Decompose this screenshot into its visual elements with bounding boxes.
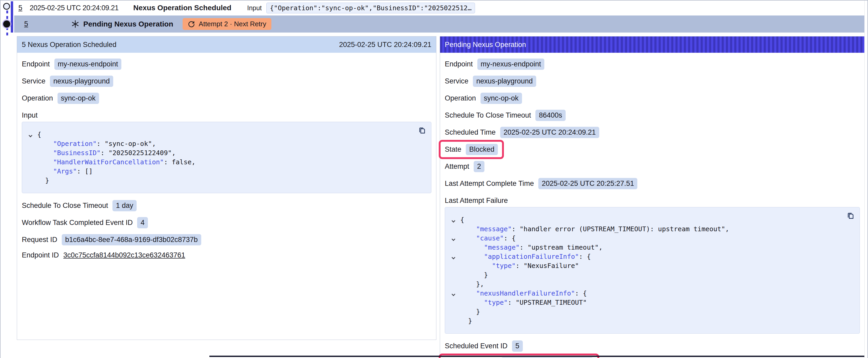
scrollbar-track[interactable] [864,1,867,358]
code-line: } [450,316,853,325]
field-value-chip: nexus-playground [50,75,113,87]
retry-icon [188,21,195,28]
field-row: Schedule To Close Timeout1 day [22,200,136,211]
field-line-scheduled-event-id: Scheduled Event ID5 [445,340,860,352]
event-row-pending[interactable]: 5 Pending Nexus Operation Attempt 2 · Ne… [14,15,867,33]
field-line-attempt: Attempt2 [445,161,860,173]
field-row: Operationsync-op-ok [445,93,522,104]
field-value-chip: my-nexus-endpoint [477,59,545,70]
timeline-node-open-icon[interactable] [3,3,10,10]
retry-badge[interactable]: Attempt 2 · Next Retry [183,18,271,30]
input-preview-chip: {"Operation":"sync-op-ok","BusinessID":"… [267,3,475,13]
failure-section-label: Last Attempt Failure [445,195,860,206]
code-gutter [450,270,460,280]
code-line: "cause": { [450,234,853,243]
left-panel-timestamp: 2025-02-25 UTC 20:24:09.21 [339,41,431,49]
pending-operation-title: Pending Nexus Operation [83,20,173,28]
timeline-node-selected-icon[interactable] [3,21,10,28]
code-line: "message": "handler error (UPSTREAM_TIME… [450,224,853,234]
right-panel-header: Pending Nexus Operation [440,36,865,53]
collapse-chevron-icon[interactable] [452,219,455,223]
collapse-chevron-icon[interactable] [452,292,455,296]
right-panel-title: Pending Nexus Operation [445,41,526,49]
code-gutter [450,298,460,307]
field-label: Last Attempt Complete Time [445,180,534,188]
code-line: { [27,130,424,139]
json-key: "message" [476,225,512,233]
field-row: Schedule To Close Timeout86400s [445,110,566,121]
field-label: Operation [445,94,476,102]
json-key: "BusinessID" [53,149,101,157]
collapse-chevron-icon[interactable] [29,134,32,137]
field-label: Workflow Task Completed Event ID [22,219,133,227]
json-key: "nexusHandlerFailureInfo" [476,290,575,297]
code-gutter [450,215,460,224]
code-gutter [27,176,37,185]
field-label: Service [22,77,45,85]
code-line: "type": "NexusFailure" [450,261,853,270]
field-value-link[interactable]: 3c0c75ccfa8144b092c13ce632463761 [63,251,185,259]
field-line-schedule-to-close-timeout: Schedule To Close Timeout1 day [22,200,431,212]
field-label: Request ID [22,236,57,244]
code-line: } [450,270,853,280]
asterisk-icon [71,20,79,28]
field-label: Scheduled Event ID [445,342,507,350]
field-label: Operation [22,94,53,102]
field-label: Service [445,77,468,85]
collapse-chevron-icon[interactable] [452,237,455,241]
json-key: "HandlerWaitForCancellation" [53,158,164,166]
bottom-divider [209,356,866,357]
failure-json-block: { "message": "handler error (UPSTREAM_TI… [445,207,860,334]
field-row: Workflow Task Completed Event ID4 [22,217,148,228]
event-id-link[interactable]: 5 [19,4,22,12]
code-line: "message": "upstream timeout", [450,243,853,252]
left-panel-header: 5 Nexus Operation Scheduled 2025-02-25 U… [17,36,436,53]
json-key: "message" [484,243,519,251]
field-value-chip: b1c6a4bc-8ee7-468a-9169-df3b02c8737b [62,234,201,246]
event-id-link[interactable]: 5 [24,20,28,28]
field-line-request-id: Request IDb1c6a4bc-8ee7-468a-9169-df3b02… [22,234,431,246]
field-line-schedule-to-close-timeout: Schedule To Close Timeout86400s [445,110,860,122]
json-key: "type" [484,299,507,306]
copy-icon [418,126,426,135]
code-gutter [450,252,460,261]
field-value-chip: sync-op-ok [58,93,99,104]
pending-operation-panel: Pending Nexus Operation Endpointmy-nexus… [440,36,865,358]
code-line: }, [450,280,853,289]
event-name: Nexus Operation Scheduled [133,4,231,12]
input-section-label: Input [22,110,431,121]
retry-badge-label: Attempt 2 · Next Retry [198,20,266,28]
code-gutter [27,167,37,176]
field-row: Operationsync-op-ok [22,93,99,104]
code-line: "nexusHandlerFailureInfo": { [450,289,853,298]
field-value-chip: 1 day [113,200,136,211]
copy-button[interactable] [418,126,426,135]
code-line: "HandlerWaitForCancellation": false, [27,158,424,167]
copy-button[interactable] [846,211,855,220]
code-gutter [450,307,460,316]
field-line-operation: Operationsync-op-ok [445,93,860,104]
field-value-chip: 2025-02-25 UTC 20:25:27.51 [538,178,637,189]
code-line: "type": "UPSTREAM_TIMEOUT" [450,298,853,307]
code-gutter [450,234,460,243]
field-row: Scheduled Time2025-02-25 UTC 20:24:09.21 [445,127,599,138]
field-row: Servicenexus-playground [445,75,536,87]
annotated-field-row: StateBlocked [439,140,504,159]
field-row: Endpoint ID3c0c75ccfa8144b092c13ce632463… [22,251,185,259]
code-gutter [27,148,37,158]
field-label: Attempt [445,162,469,171]
field-value-chip: 4 [137,217,148,228]
field-row: Request IDb1c6a4bc-8ee7-468a-9169-df3b02… [22,234,201,246]
code-gutter [450,261,460,270]
event-timestamp: 2025-02-25 UTC 20:24:09.21 [30,4,119,12]
event-row-scheduled[interactable]: 5 2025-02-25 UTC 20:24:09.21 Nexus Opera… [16,1,867,15]
field-value-chip: 2025-02-25 UTC 20:24:09.21 [500,127,599,138]
code-line: "BusinessID": "20250225122409", [27,148,424,158]
json-key: "cause" [476,234,504,242]
field-value-chip: 86400s [535,110,566,121]
code-gutter [27,139,37,148]
field-line-endpoint-id: Endpoint ID3c0c75ccfa8144b092c13ce632463… [22,251,431,263]
field-label: State [445,145,461,154]
left-panel-title: 5 Nexus Operation Scheduled [22,41,116,49]
collapse-chevron-icon[interactable] [452,256,455,259]
